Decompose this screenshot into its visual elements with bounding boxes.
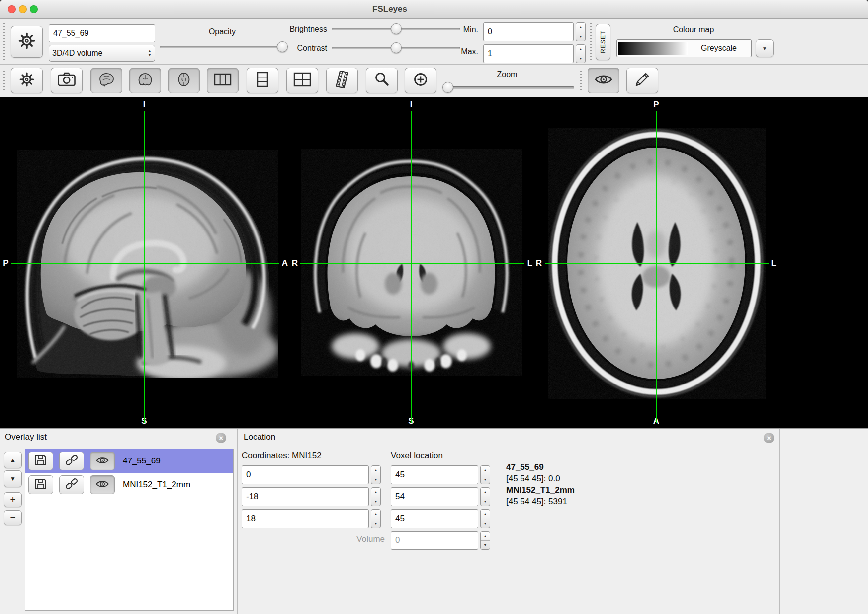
colour-map-dropdown-button[interactable]: ▼ (756, 39, 774, 57)
slider-thumb[interactable] (442, 82, 453, 93)
brightness-label: Brightness (268, 25, 327, 34)
overlay-name-input[interactable] (49, 24, 155, 42)
orientation-label-left: R (536, 258, 542, 268)
move-overlay-up-button[interactable]: ▲ (4, 452, 22, 468)
window-title: FSLeyes (0, 0, 780, 19)
title-bar: FSLeyes (0, 0, 868, 19)
layout-vertical-button[interactable] (247, 68, 278, 93)
max-label: Max. (445, 47, 478, 56)
voxel-y-input[interactable] (391, 487, 478, 506)
reset-zoom-button[interactable] (366, 68, 398, 93)
toggle-visibility-button[interactable] (90, 475, 115, 494)
toolbar-drag-handle[interactable] (590, 23, 592, 60)
opacity-label: Opacity (189, 27, 256, 36)
layout-horizontal-button[interactable] (286, 68, 318, 93)
voxel-z-input[interactable] (391, 509, 478, 528)
up-arrow-icon: ▲ (10, 457, 16, 463)
view-mode-button[interactable] (588, 68, 619, 93)
max-spinner[interactable]: ▲▼ (576, 44, 586, 63)
overlay-name: MNI152_T1_2mm (123, 480, 190, 490)
camera-icon (57, 72, 76, 89)
orientation-label-left: P (3, 258, 8, 268)
link-icon (65, 454, 79, 468)
close-overlay-list-button[interactable]: × (216, 433, 226, 443)
toolbar-drag-handle[interactable] (3, 23, 5, 60)
film-strip-icon (333, 71, 351, 90)
pencil-icon (634, 71, 651, 90)
screenshot-button[interactable] (51, 68, 83, 93)
toggle-visibility-button[interactable] (90, 452, 115, 470)
voxel-x-input[interactable] (391, 465, 478, 484)
brightness-slider[interactable] (332, 23, 460, 34)
orientation-label-left: R (292, 258, 298, 268)
world-y-input[interactable] (242, 487, 369, 506)
overlay-list-panel: Overlay list × ▲ ▼ + − 47_55_69 MNI152_T… (0, 429, 238, 614)
chevron-down-icon: ▼ (762, 46, 767, 51)
overlay-list-item[interactable]: 47_55_69 (25, 449, 233, 473)
voxel-x-spinner[interactable]: ▲▼ (480, 465, 490, 484)
crosshair-horizontal (11, 263, 279, 264)
remove-overlay-button[interactable]: − (4, 510, 22, 525)
toolbar-drag-handle[interactable] (3, 69, 5, 92)
zoom-slider[interactable] (444, 82, 574, 93)
colour-map-control[interactable]: Greyscale (616, 39, 752, 57)
world-y-spinner[interactable]: ▲▼ (371, 487, 381, 506)
intensity-info: 47_55_69 [45 54 45]: 0.0 MNI152_T1_2mm [… (506, 461, 575, 507)
toggle-sagittal-button[interactable] (90, 68, 122, 93)
save-overlay-button[interactable] (28, 475, 53, 494)
volume-spinner[interactable]: ▲▼ (480, 531, 490, 550)
voxel-z-spinner[interactable]: ▲▼ (480, 509, 490, 528)
minus-icon: − (10, 512, 15, 523)
orientation-label-right: L (771, 258, 776, 268)
link-overlay-button[interactable] (59, 475, 84, 494)
world-z-input[interactable] (242, 509, 369, 528)
crosshair-vertical (656, 111, 657, 423)
overlay-list-item[interactable]: MNI152_T1_2mm (25, 473, 233, 497)
combo-arrows-icon: ▲▼ (148, 49, 152, 57)
voxel-y-spinner[interactable]: ▲▼ (480, 487, 490, 506)
ortho-settings-button[interactable] (11, 68, 43, 93)
save-icon (34, 478, 47, 492)
toolbar-drag-handle[interactable] (580, 69, 582, 92)
min-input[interactable] (483, 22, 574, 41)
axial-view[interactable]: P R L A (534, 97, 780, 428)
orientation-label-top: P (653, 100, 659, 110)
link-icon (65, 478, 79, 492)
movie-mode-button[interactable] (326, 68, 358, 93)
ortho-view-canvas: I P A S (0, 97, 868, 428)
ortho-toolbar: Zoom (0, 65, 868, 96)
volume-label: Volume (327, 535, 385, 544)
save-overlay-button[interactable] (28, 452, 53, 470)
edit-mode-button[interactable] (626, 68, 658, 93)
circled-plus-icon (412, 71, 429, 90)
world-x-spinner[interactable]: ▲▼ (371, 465, 381, 484)
sagittal-view[interactable]: I P A S (0, 97, 289, 428)
vertical-layout-icon (255, 72, 270, 89)
info-overlay-value: [45 54 45]: 5391 (506, 496, 575, 507)
max-input[interactable] (483, 44, 574, 63)
toggle-coronal-button[interactable] (129, 68, 161, 93)
volume-input[interactable] (391, 531, 478, 550)
overlay-display-settings-button[interactable] (11, 26, 43, 58)
move-overlay-down-button[interactable]: ▼ (4, 470, 22, 487)
close-icon: × (767, 434, 771, 442)
reset-button[interactable]: RESET (596, 24, 610, 60)
overlay-type-select[interactable]: 3D/4D volume ▲▼ (49, 45, 155, 62)
contrast-slider[interactable] (332, 42, 460, 53)
axial-brain-icon (174, 72, 193, 89)
slider-thumb[interactable] (391, 23, 402, 34)
add-overlay-button[interactable]: + (4, 492, 22, 507)
info-overlay-value: [45 54 45]: 0.0 (506, 473, 575, 484)
link-overlay-button[interactable] (59, 452, 84, 470)
close-location-button[interactable]: × (764, 433, 774, 443)
eye-icon (95, 455, 109, 467)
zoom-in-button[interactable] (405, 68, 436, 93)
toggle-axial-button[interactable] (168, 68, 200, 93)
coronal-view[interactable]: I R L S (289, 97, 534, 428)
layout-grid-button[interactable] (207, 68, 239, 93)
min-spinner[interactable]: ▲▼ (576, 22, 586, 41)
bottom-panel-area: Overlay list × ▲ ▼ + − 47_55_69 MNI152_T… (0, 428, 868, 614)
world-z-spinner[interactable]: ▲▼ (371, 509, 381, 528)
slider-thumb[interactable] (391, 42, 402, 53)
world-x-input[interactable] (242, 465, 369, 484)
